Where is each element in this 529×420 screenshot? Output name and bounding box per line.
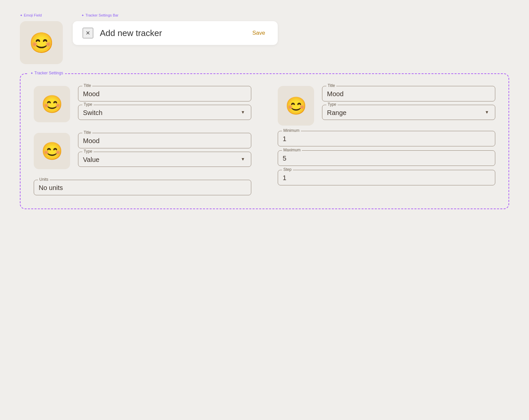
units-input[interactable] [39, 183, 246, 192]
title-label-range: Title [326, 83, 336, 88]
range-fields: Minimum Maximum Step [278, 131, 495, 185]
type-select-wrapper-value: Switch Range Value [83, 155, 246, 163]
emoji-avatar-value[interactable]: 😊 [34, 133, 70, 169]
type-select-wrapper-switch: Switch Range Value [83, 108, 246, 116]
form-fields-value: Title Type Switch Range Value [78, 133, 251, 167]
tracker-settings-area: Tracker Settings 😊 Title Type [20, 73, 509, 209]
type-label-range: Type [326, 102, 338, 107]
emoji-avatar-range[interactable]: 😊 [278, 86, 314, 126]
type-label-value: Type [82, 149, 94, 154]
type-select-wrapper-range: Switch Range Value [327, 108, 490, 116]
bar-title: Add new tracker [100, 28, 243, 38]
page-container: Emoji Field Tracker Settings Bar 😊 × Add… [0, 0, 529, 420]
emoji-switch: 😊 [41, 94, 63, 114]
title-field-value: Title [78, 133, 251, 148]
emoji-field-top-section: 😊 [20, 21, 63, 64]
type-field-range: Type Switch Range Value [322, 105, 495, 120]
title-field-switch: Title [78, 86, 251, 101]
maximum-field: Maximum [278, 150, 495, 166]
maximum-label: Maximum [282, 148, 302, 152]
emoji-field-top[interactable]: 😊 [20, 21, 63, 64]
units-label: Units [38, 177, 50, 182]
step-input[interactable] [283, 173, 490, 182]
type-select-range[interactable]: Switch Range Value [327, 108, 490, 116]
tracker-settings-bar-annotation: Tracker Settings Bar [81, 13, 118, 17]
form-card-value: 😊 Title Type Switch Range [34, 133, 251, 169]
bar-section: × Add new tracker Save [73, 21, 509, 45]
emoji-value: 😊 [41, 141, 63, 161]
close-button[interactable]: × [83, 28, 93, 38]
top-annotations: Emoji Field Tracker Settings Bar [20, 13, 509, 19]
save-button[interactable]: Save [250, 28, 268, 38]
units-field: Units [34, 180, 251, 195]
step-field: Step [278, 170, 495, 185]
right-fields: Title Type Switch Range Value [322, 86, 495, 126]
settings-columns: 😊 Title Type Switch Range [34, 86, 495, 195]
minimum-label: Minimum [282, 128, 301, 133]
title-field-range: Title [322, 86, 495, 101]
type-select-switch[interactable]: Switch Range Value [83, 108, 246, 116]
step-label: Step [282, 167, 293, 172]
title-input-switch[interactable] [83, 89, 246, 98]
form-fields-switch: Title Type Switch Range Value [78, 86, 251, 120]
type-label-switch: Type [82, 102, 94, 107]
emoji-field-annotation: Emoji Field [20, 13, 42, 17]
units-section: Units [34, 180, 251, 195]
type-field-switch: Type Switch Range Value [78, 105, 251, 120]
form-card-switch: 😊 Title Type Switch Range [34, 86, 251, 122]
title-input-value[interactable] [83, 136, 246, 145]
emoji-avatar-switch[interactable]: 😊 [34, 86, 70, 122]
right-column: 😊 Title Type Switch Range [278, 86, 495, 195]
tracker-settings-annotation: Tracker Settings [28, 71, 65, 75]
title-input-range[interactable] [327, 89, 490, 98]
top-emoji-display: 😊 [29, 31, 54, 55]
minimum-field: Minimum [278, 131, 495, 146]
tracker-settings-bar: × Add new tracker Save [73, 21, 278, 45]
minimum-input[interactable] [283, 134, 490, 143]
title-label-value: Title [82, 130, 92, 135]
emoji-range: 😊 [285, 96, 307, 116]
maximum-input[interactable] [283, 153, 490, 162]
type-select-value[interactable]: Switch Range Value [83, 155, 246, 163]
left-column: 😊 Title Type Switch Range [34, 86, 251, 195]
top-row: 😊 × Add new tracker Save [20, 21, 509, 64]
title-label-switch: Title [82, 83, 92, 88]
type-field-value: Type Switch Range Value [78, 152, 251, 167]
right-top: 😊 Title Type Switch Range [278, 86, 495, 126]
